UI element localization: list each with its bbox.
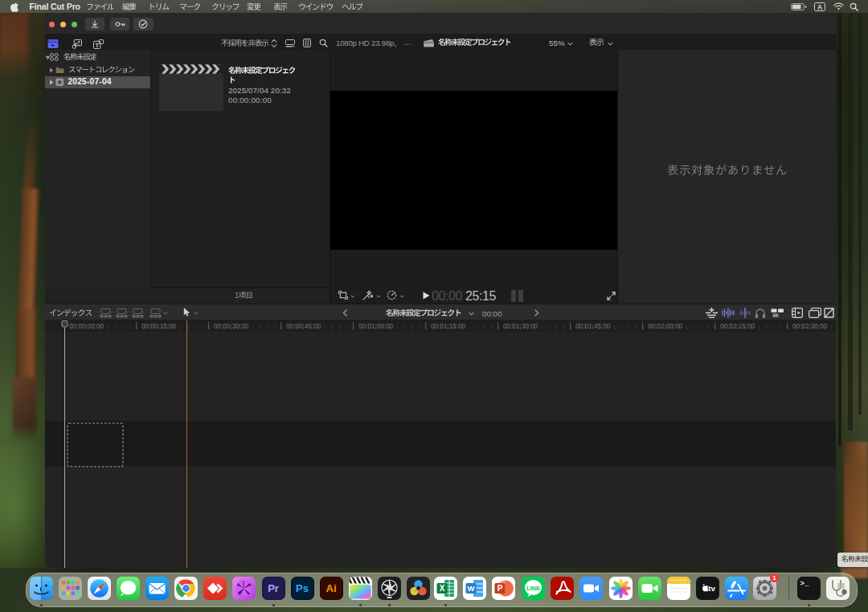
svg-text:T: T [95,41,99,48]
svg-text:P: P [497,584,502,593]
svg-text:X: X [439,584,444,593]
svg-text:LINE: LINE [526,585,539,592]
svg-text:W: W [467,584,474,593]
svg-text:A: A [817,3,822,11]
svg-text:tv: tv [708,584,715,593]
